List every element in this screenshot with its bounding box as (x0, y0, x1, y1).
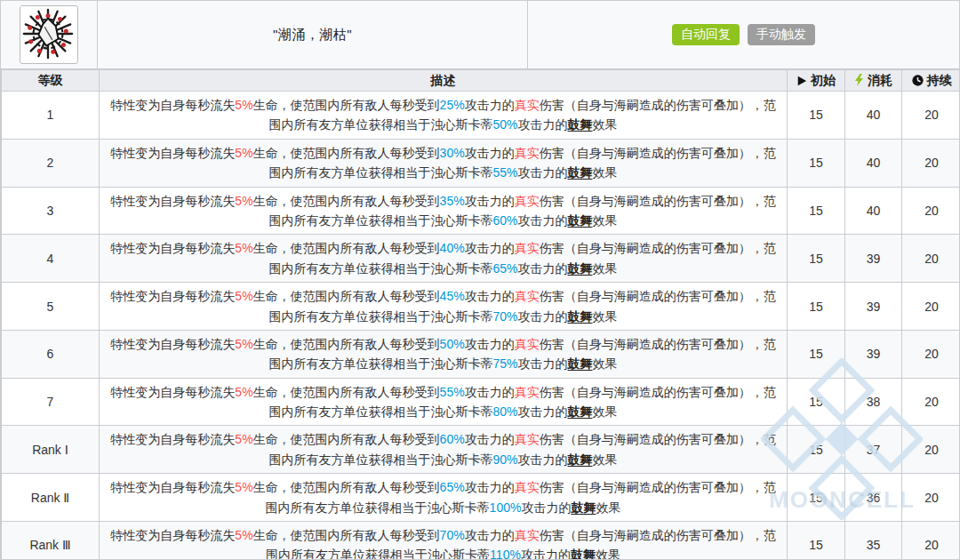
description-segment: 攻击力的 (465, 385, 515, 399)
description-segment: 真实 (515, 241, 540, 255)
level-cell: 7 (2, 378, 100, 426)
term-link-inspire[interactable]: 鼓舞 (568, 261, 593, 276)
header-description-label: 描述 (431, 73, 456, 87)
header-initial: 初始 (788, 70, 845, 92)
term-link-inspire[interactable]: 鼓舞 (568, 117, 593, 132)
description-segment: 100% (490, 500, 522, 515)
cost-cell: 40 (845, 92, 902, 140)
duration-cell: 20 (902, 426, 960, 474)
description-segment: 效果 (593, 117, 618, 132)
initial-cell: 15 (788, 330, 845, 378)
description-segment: 攻击力的 (518, 261, 568, 276)
description-segment: 特性变为自身每秒流失 (110, 432, 235, 446)
description-segment: 攻击力的 (518, 356, 568, 371)
description-segment: 攻击力的 (518, 309, 568, 324)
skill-header-band: "潮涌，潮枯" 自动回复 手动触发 (1, 1, 959, 69)
description-segment: 5% (235, 337, 252, 351)
skill-icon-art (20, 6, 76, 61)
description-segment: 90% (492, 452, 517, 467)
description-cell: 特性变为自身每秒流失5%生命，使范围内所有敌人每秒受到60%攻击力的真实伤害（自… (100, 426, 788, 474)
description-cell: 特性变为自身每秒流失5%生命，使范围内所有敌人每秒受到65%攻击力的真实伤害（自… (100, 474, 788, 522)
description-segment: 55% (492, 165, 517, 180)
description-segment: 效果 (593, 213, 618, 228)
description-segment: 5% (235, 480, 252, 494)
description-segment: 攻击力的 (465, 528, 515, 542)
level-cell: 5 (2, 283, 100, 331)
table-row: 5 特性变为自身每秒流失5%生命，使范围内所有敌人每秒受到45%攻击力的真实伤害… (2, 283, 960, 331)
description-segment: 攻击力的 (465, 289, 515, 303)
description-segment: 60% (492, 213, 517, 228)
level-cell: 3 (2, 187, 100, 235)
skill-level-table: 等级 描述 初始 消耗 持续 1 特性变为自身每秒流失5%生命，使范围内所有敌人… (1, 69, 960, 560)
description-segment: 真实 (515, 289, 540, 303)
table-row: Rank Ⅰ 特性变为自身每秒流失5%生命，使范围内所有敌人每秒受到60%攻击力… (2, 426, 960, 474)
description-segment: 攻击力的 (521, 500, 571, 515)
lightning-icon (854, 74, 864, 89)
cost-cell: 40 (845, 187, 902, 235)
duration-cell: 20 (902, 92, 960, 140)
description-segment: 真实 (515, 194, 540, 208)
description-segment: 生命，使范围内所有敌人每秒受到 (253, 194, 440, 208)
term-link-inspire[interactable]: 鼓舞 (568, 309, 593, 324)
description-segment: 5% (235, 241, 252, 255)
term-link-inspire[interactable]: 鼓舞 (568, 404, 593, 419)
term-link-inspire[interactable]: 鼓舞 (571, 548, 596, 560)
description-segment: 攻击力的 (518, 117, 568, 132)
description-segment: 真实 (515, 432, 540, 446)
term-link-inspire[interactable]: 鼓舞 (571, 500, 596, 515)
description-segment: 特性变为自身每秒流失 (110, 289, 235, 303)
term-link-inspire[interactable]: 鼓舞 (568, 213, 593, 228)
description-segment: 攻击力的 (518, 452, 568, 467)
table-row: Rank Ⅱ 特性变为自身每秒流失5%生命，使范围内所有敌人每秒受到65%攻击力… (2, 474, 960, 522)
description-segment: 攻击力的 (465, 98, 515, 112)
table-row: 2 特性变为自身每秒流失5%生命，使范围内所有敌人每秒受到30%攻击力的真实伤害… (2, 139, 960, 187)
description-segment: 65% (492, 261, 517, 276)
description-segment: 生命，使范围内所有敌人每秒受到 (253, 146, 440, 160)
description-segment: 70% (492, 309, 517, 324)
description-segment: 5% (235, 98, 252, 112)
table-row: 3 特性变为自身每秒流失5%生命，使范围内所有敌人每秒受到35%攻击力的真实伤害… (2, 187, 960, 235)
description-segment: 5% (235, 385, 252, 399)
play-icon (796, 75, 807, 89)
description-segment: 75% (492, 356, 517, 371)
description-segment: 生命，使范围内所有敌人每秒受到 (253, 480, 440, 494)
description-segment: 效果 (593, 356, 618, 371)
initial-cell: 15 (788, 235, 845, 283)
table-row: 7 特性变为自身每秒流失5%生命，使范围内所有敌人每秒受到55%攻击力的真实伤害… (2, 378, 960, 426)
description-segment: 效果 (593, 261, 618, 276)
description-segment: 攻击力的 (465, 241, 515, 255)
description-segment: 5% (235, 528, 252, 542)
duration-cell: 20 (902, 187, 960, 235)
description-segment: 攻击力的 (518, 404, 568, 419)
cost-cell: 35 (845, 522, 902, 560)
badge-auto-recovery: 自动回复 (672, 24, 740, 45)
description-segment: 35% (440, 194, 465, 208)
description-segment: 5% (235, 194, 252, 208)
cost-cell: 38 (845, 378, 902, 426)
term-link-inspire[interactable]: 鼓舞 (568, 452, 593, 467)
cost-cell: 40 (845, 139, 902, 187)
header-level: 等级 (2, 70, 100, 92)
description-cell: 特性变为自身每秒流失5%生命，使范围内所有敌人每秒受到25%攻击力的真实伤害（自… (100, 92, 788, 140)
description-segment: 特性变为自身每秒流失 (110, 241, 235, 255)
level-cell: Rank Ⅰ (2, 426, 100, 474)
level-cell: 1 (2, 92, 100, 140)
description-segment: 45% (440, 289, 465, 303)
description-segment: 5% (235, 146, 252, 160)
term-link-inspire[interactable]: 鼓舞 (568, 165, 593, 180)
description-cell: 特性变为自身每秒流失5%生命，使范围内所有敌人每秒受到40%攻击力的真实伤害（自… (100, 235, 788, 283)
header-level-label: 等级 (38, 73, 63, 87)
description-segment: 生命，使范围内所有敌人每秒受到 (253, 241, 440, 255)
badge-manual-trigger: 手动触发 (748, 24, 815, 45)
description-segment: 80% (492, 404, 517, 419)
term-link-inspire[interactable]: 鼓舞 (568, 356, 593, 371)
description-segment: 30% (440, 146, 465, 160)
description-segment: 效果 (596, 548, 620, 560)
cost-cell: 39 (845, 235, 902, 283)
initial-cell: 15 (788, 92, 845, 140)
clock-icon (912, 75, 924, 89)
initial-cell: 15 (788, 283, 845, 331)
skill-title-cell: "潮涌，潮枯" (98, 1, 528, 68)
description-segment: 特性变为自身每秒流失 (110, 528, 235, 542)
description-segment: 生命，使范围内所有敌人每秒受到 (253, 337, 440, 351)
